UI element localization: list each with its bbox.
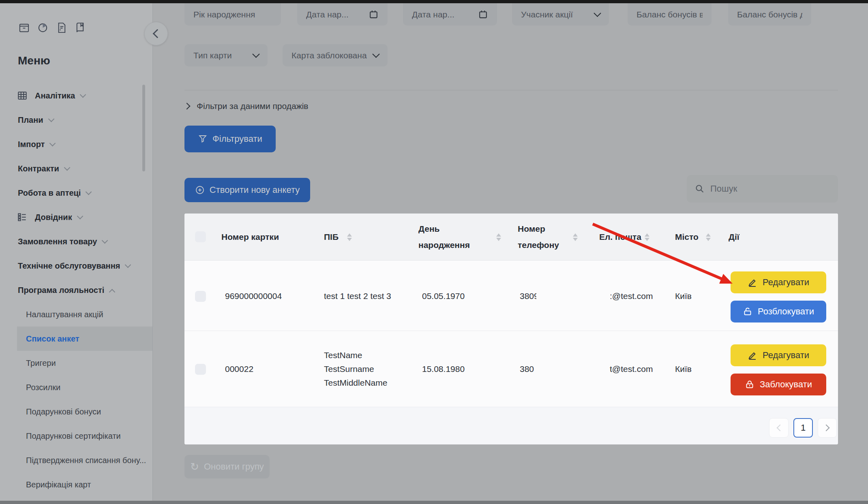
edit-button[interactable]: Редагувати [731, 344, 826, 366]
chevron-down-icon [64, 164, 70, 171]
divider [184, 90, 838, 90]
list-icon [17, 212, 28, 222]
update-group-button[interactable]: ↻ Оновити групу [184, 455, 270, 478]
chevron-right-icon [184, 103, 191, 110]
filter-balance-to[interactable]: Баланс бонусів до [728, 3, 811, 26]
sidebar-item-maintenance[interactable]: Технічне обслуговування [0, 254, 152, 278]
sidebar-item-directory[interactable]: Довідник [0, 205, 152, 229]
cell-city: Київ [675, 363, 692, 375]
sort-icon[interactable] [347, 233, 352, 241]
cell-name: test 1 test 2 test 3 [324, 290, 391, 302]
window-top-strip [0, 0, 868, 3]
sort-icon[interactable] [706, 233, 711, 241]
column-header-email[interactable]: Ел. пошта [599, 231, 641, 243]
cell-email: :@test.com [610, 290, 653, 302]
cell-phone: 380 [520, 363, 534, 375]
sidebar-collapse-button[interactable] [144, 22, 168, 45]
row-checkbox[interactable] [195, 291, 206, 302]
loyalty-submenu: Налаштування акцій Список анкет Тригери … [0, 302, 152, 497]
sidebar-menu: Аналітика Плани Імпорт Контракти Робота … [0, 83, 152, 302]
chevron-down-icon [252, 50, 259, 58]
table-header [184, 214, 838, 261]
block-button[interactable]: Заблокувати [731, 374, 826, 395]
questionnaire-table: Номер картки ПІБ День народження Номер т… [184, 214, 838, 444]
row-checkbox[interactable] [195, 364, 206, 375]
chevron-up-icon [109, 288, 116, 295]
submenu-item-mailings[interactable]: Розсилки [0, 375, 152, 399]
column-header-birthday[interactable]: День народження [418, 221, 475, 253]
lock-open-icon [743, 307, 752, 316]
filter-year-of-birth[interactable]: Рік народження [184, 3, 281, 26]
cell-birthday: 05.05.1970 [422, 290, 465, 302]
submenu-item-promo-settings[interactable]: Налаштування акцій [0, 302, 152, 327]
chevron-down-icon [594, 9, 601, 17]
sidebar-item-loyalty-program[interactable]: Програма лояльності [0, 278, 152, 302]
filter-balance-from[interactable]: Баланс бонусів від [628, 3, 712, 26]
search-input[interactable]: Пошук [687, 175, 838, 203]
chevron-down-icon [86, 188, 92, 195]
document-icon[interactable] [55, 21, 68, 36]
filter-card-type[interactable]: Тип карти [184, 44, 268, 66]
cell-email: t@test.com [610, 363, 653, 375]
submenu-item-gift-bonuses[interactable]: Подарункові бонуси [0, 399, 152, 424]
page-1-button[interactable]: 1 [793, 418, 813, 438]
sort-icon[interactable] [645, 233, 649, 241]
sales-filters-toggle[interactable]: Фільтри за даними продажів [184, 101, 309, 111]
chevron-down-icon [48, 115, 54, 122]
chevron-down-icon [80, 91, 86, 98]
next-page-button[interactable] [818, 418, 837, 438]
unblock-button[interactable]: Розблокувати [731, 301, 826, 322]
sidebar-item-pharmacy-work[interactable]: Робота в аптеці [0, 181, 152, 205]
chevron-left-icon [153, 29, 162, 38]
sidebar: Меню Аналітика Плани Імпорт Контракти Ро… [0, 3, 153, 501]
filter-card-blocked[interactable]: Карта заблокована [283, 44, 388, 66]
sort-icon[interactable] [496, 233, 501, 241]
submenu-item-card-verification[interactable]: Верифікація карт [0, 472, 152, 497]
pencil-icon [748, 350, 757, 360]
submenu-item-gift-certificates[interactable]: Подарункові сертифікати [0, 424, 152, 448]
filter-promo-participant[interactable]: Учасник акції [512, 3, 609, 26]
chevron-down-icon [125, 261, 131, 268]
table-footer [184, 407, 838, 444]
lock-closed-icon [745, 380, 754, 389]
sidebar-item-import[interactable]: Імпорт [0, 132, 152, 156]
edit-button[interactable]: Редагувати [731, 271, 826, 293]
refresh-icon: ↻ [190, 461, 199, 472]
archive-icon[interactable] [18, 21, 30, 36]
grid-icon [17, 90, 28, 101]
book-icon[interactable] [74, 21, 86, 36]
chevron-down-icon [77, 213, 83, 219]
search-placeholder: Пошук [710, 184, 737, 194]
filter-date-of-birth-from[interactable]: Дата нар... [297, 3, 388, 26]
sidebar-item-contracts[interactable]: Контракти [0, 156, 152, 181]
sidebar-scrollbar[interactable] [142, 85, 145, 171]
chevron-down-icon [49, 140, 56, 146]
column-header-name[interactable]: ПІБ [324, 231, 339, 243]
sidebar-item-goods-order[interactable]: Замовлення товару [0, 229, 152, 254]
sidebar-top-icons [18, 21, 86, 36]
submenu-item-bonus-writeoff-confirm[interactable]: Підтвердження списання бону... [0, 448, 152, 472]
plus-circle-icon [195, 185, 205, 195]
row-divider [184, 331, 838, 331]
create-questionnaire-button[interactable]: Створити нову анкету [184, 178, 310, 202]
chevron-right-icon [823, 425, 830, 431]
pie-chart-icon[interactable] [36, 21, 49, 36]
prev-page-button[interactable] [769, 418, 789, 438]
sidebar-title: Меню [18, 54, 50, 67]
chevron-down-icon [102, 237, 108, 243]
cell-birthday: 15.08.1980 [422, 363, 465, 375]
column-header-actions: Дії [729, 231, 739, 243]
calendar-icon [369, 9, 379, 19]
filter-date-of-birth-to[interactable]: Дата нар... [403, 3, 497, 26]
column-header-phone[interactable]: Номер телефону [518, 221, 564, 253]
filter-button[interactable]: Фільтрувати [184, 126, 276, 152]
submenu-item-triggers[interactable]: Тригери [0, 351, 152, 375]
select-all-checkbox[interactable] [195, 231, 206, 242]
sidebar-item-analytics[interactable]: Аналітика [0, 83, 152, 108]
sort-icon[interactable] [573, 233, 578, 241]
column-header-city[interactable]: Місто [675, 231, 699, 243]
cell-phone: 3809 [520, 290, 536, 302]
submenu-item-questionnaire-list[interactable]: Список анкет [17, 327, 153, 351]
sidebar-item-plans[interactable]: Плани [0, 108, 152, 132]
cell-city: Київ [675, 290, 692, 302]
